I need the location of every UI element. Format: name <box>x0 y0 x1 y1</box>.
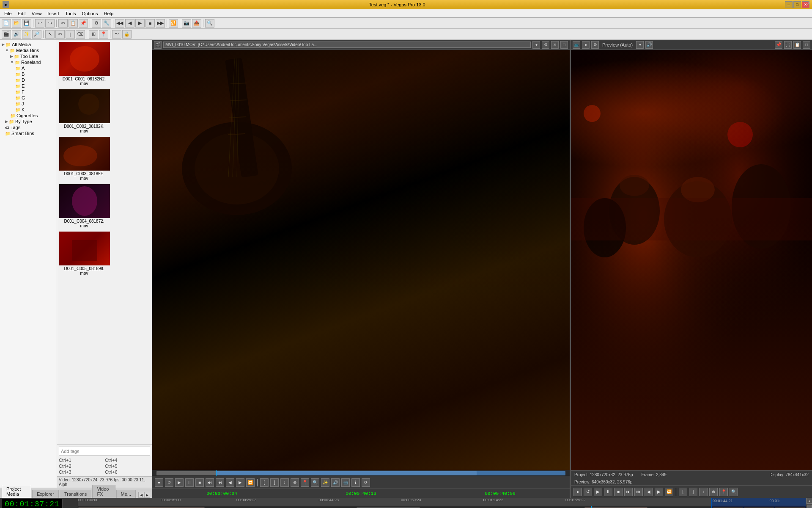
source-prev-frame-btn[interactable]: ◀ <box>226 478 234 487</box>
tree-item-tags[interactable]: 🏷 Tags <box>0 124 57 130</box>
paste-button[interactable]: 📌 <box>79 19 88 28</box>
new-project-button[interactable]: 📄 <box>2 19 11 28</box>
tree-item-j[interactable]: 📁 J <box>0 101 57 107</box>
tab-me[interactable]: Me... <box>116 490 136 498</box>
tree-item-cigarettes[interactable]: 📁 Cigarettes <box>0 113 57 119</box>
source-close-btn[interactable]: ✕ <box>551 41 559 49</box>
open-button[interactable]: 📂 <box>12 19 21 28</box>
tree-item-media-bins[interactable]: ▼ 📁 Media Bins <box>0 47 57 53</box>
preview-audio-btn[interactable]: 🔊 <box>645 41 653 49</box>
menu-help[interactable]: Help <box>101 10 116 17</box>
preview-marker-btn[interactable]: 📍 <box>719 488 728 496</box>
capture-button[interactable]: 📷 <box>182 19 191 28</box>
tree-item-d[interactable]: 📁 D <box>0 77 57 83</box>
source-pause-btn[interactable]: ⏸ <box>185 478 194 487</box>
source-path-input[interactable] <box>163 41 531 48</box>
preview-record-btn[interactable]: ● <box>582 41 590 49</box>
shuttle-left-button[interactable]: ◀◀ <box>115 19 124 28</box>
audio-button[interactable]: 🔊 <box>12 30 21 39</box>
trim-tool[interactable]: ✂ <box>55 30 65 39</box>
tab-video-fx[interactable]: Video FX <box>92 485 115 498</box>
tab-project-media[interactable]: Project Media <box>2 485 31 498</box>
tab-explorer[interactable]: Explorer <box>32 490 59 498</box>
source-next-frame-btn[interactable]: ▶ <box>236 478 244 487</box>
preview-settings-btn[interactable]: ⚙ <box>591 41 599 49</box>
arrow-tool[interactable]: ↖ <box>45 30 55 39</box>
preview-copy-btn[interactable]: 📋 <box>793 41 801 49</box>
thumbnail-d1c005[interactable]: D001_C005_081898.mov <box>59 231 110 277</box>
loop-button[interactable]: 🔁 <box>169 19 178 28</box>
source-in-btn[interactable]: [ <box>260 478 269 487</box>
menu-edit[interactable]: Edit <box>15 10 28 17</box>
render-button[interactable]: ⚙ <box>92 19 101 28</box>
vscroll-up[interactable]: ▲ <box>807 498 812 504</box>
erase-tool[interactable]: ⌫ <box>76 30 85 39</box>
menu-insert[interactable]: Insert <box>45 10 62 17</box>
export-button[interactable]: 📤 <box>192 19 201 28</box>
media-button[interactable]: 🎬 <box>2 30 11 39</box>
preview-prev-frame-btn[interactable]: ◀ <box>645 488 653 496</box>
marker-button[interactable]: 📍 <box>99 30 108 39</box>
redo-button[interactable]: ↪ <box>45 19 55 28</box>
preview-zoom-btn[interactable]: 🔍 <box>730 488 738 496</box>
ripple-button[interactable]: 〜 <box>112 30 121 39</box>
source-out-btn[interactable]: ] <box>270 478 279 487</box>
thumbnail-d1c002[interactable]: D001_C002_08182K.mov <box>59 89 110 135</box>
search-button[interactable]: 🔍 <box>205 19 214 28</box>
source-record-btn[interactable]: ● <box>155 478 163 487</box>
source-settings-btn[interactable]: ⚙ <box>542 41 549 49</box>
maximize-button[interactable]: □ <box>793 1 801 8</box>
preview-step-back-btn[interactable]: ⏮ <box>634 488 643 496</box>
source-play-btn[interactable]: ▶ <box>175 478 184 487</box>
preview-loop2-btn[interactable]: 🔁 <box>665 488 673 496</box>
preview-insert-btn[interactable]: ⊕ <box>709 488 718 496</box>
preview-loop-btn[interactable]: ↺ <box>584 488 592 496</box>
source-step-fwd-btn[interactable]: ⏭ <box>206 478 214 487</box>
forward-button[interactable]: ▶▶ <box>156 19 165 28</box>
menu-file[interactable]: File <box>2 10 14 17</box>
copy-button[interactable]: 📋 <box>69 19 78 28</box>
thumbnail-d1c004[interactable]: D001_C004_081872.mov <box>59 184 110 229</box>
play-button[interactable]: ▶ <box>135 19 145 28</box>
thumbnail-d1c001[interactable]: D001_C001_08182N2.mov <box>59 41 110 87</box>
tree-item-by-type[interactable]: ▶ 📁 By Type <box>0 119 57 124</box>
preview-expand-btn[interactable]: □ <box>803 41 810 49</box>
minimize-button[interactable]: ─ <box>785 1 793 8</box>
tree-item-roseland[interactable]: ▼ 📁 Roseland <box>0 59 57 65</box>
tree-item-a[interactable]: 📁 A <box>0 65 57 71</box>
vscroll-thumb[interactable] <box>807 505 812 508</box>
source-fx-btn[interactable]: ✨ <box>321 478 329 487</box>
cut-button[interactable]: ✂ <box>58 19 68 28</box>
tabs-scroll-right[interactable]: ▶ <box>144 492 150 498</box>
lock-button[interactable]: 🔒 <box>122 30 132 39</box>
source-step-back-btn[interactable]: ⏮ <box>216 478 224 487</box>
source-marker-btn[interactable]: 📍 <box>301 478 309 487</box>
preview-split-btn[interactable]: ↕ <box>699 488 708 496</box>
tab-transitions[interactable]: Transitions <box>60 490 91 498</box>
tabs-scroll-left[interactable]: ◀ <box>138 492 144 498</box>
preview-record2-btn[interactable]: ● <box>573 488 582 496</box>
properties-button[interactable]: 🔧 <box>102 19 111 28</box>
tree-item-all-media[interactable]: ▶ 📁 All Media <box>0 41 57 47</box>
source-props-btn[interactable]: ℹ <box>351 478 360 487</box>
split-tool[interactable]: | <box>66 30 75 39</box>
tree-item-k[interactable]: 📁 K <box>0 107 57 113</box>
tree-item-smart-bins[interactable]: 📁 Smart Bins <box>0 130 57 136</box>
source-zoom-btn[interactable]: 🔍 <box>311 478 319 487</box>
source-stop-btn[interactable]: ■ <box>195 478 204 487</box>
preview-stop-btn[interactable]: ■ <box>614 488 623 496</box>
preview-dropdown-btn[interactable]: ▾ <box>636 41 644 49</box>
menu-view[interactable]: View <box>29 10 44 17</box>
tree-item-f[interactable]: 📁 F <box>0 89 57 95</box>
grid-snap[interactable]: ⊞ <box>89 30 98 39</box>
source-loop2-btn[interactable]: 🔁 <box>246 478 255 487</box>
menu-options[interactable]: Options <box>80 10 101 17</box>
source-loop-btn[interactable]: ↺ <box>165 478 173 487</box>
source-video-btn[interactable]: 📹 <box>341 478 350 487</box>
preview-in-btn[interactable]: [ <box>679 488 687 496</box>
preview-step-fwd-btn[interactable]: ⏭ <box>624 488 633 496</box>
tree-item-e[interactable]: 📁 E <box>0 83 57 89</box>
thumbnail-d1c003[interactable]: D001_C003_08185E.mov <box>59 136 110 182</box>
fx-button[interactable]: ✨ <box>22 30 31 39</box>
menu-tools[interactable]: Tools <box>63 10 79 17</box>
